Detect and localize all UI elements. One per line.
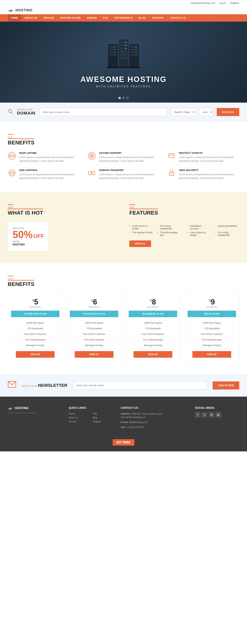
plan-2-price: $6 [70, 298, 118, 306]
download-button[interactable]: 前往下载模板 [113, 439, 134, 446]
newsletter-input[interactable] [73, 382, 207, 390]
login-link[interactable]: Log In [219, 2, 226, 4]
gold-plan-button[interactable]: GOLD PLAN [188, 310, 236, 317]
benefit-uptime-text: Lorem Ipsum is simply dummy text of the … [19, 156, 80, 163]
view-all-button[interactable]: VIEW ALL [129, 240, 151, 247]
svg-rect-38 [169, 154, 174, 157]
off-text: OFF [33, 233, 44, 239]
nav-item-testimonials[interactable]: TESTIMONIALS [111, 14, 136, 22]
hot-card: GET UP TO 50% OFF EACH HOSTING [8, 222, 49, 252]
logo[interactable]: HOSTING [8, 8, 33, 12]
nav-item-blog[interactable]: BLOG [136, 14, 149, 22]
red-bar-3 [129, 204, 135, 205]
nav-item-support[interactable]: SUPPORT [149, 14, 167, 22]
feature-bandwidth: 1TB Bandwidth [129, 326, 177, 332]
footer-link-blog[interactable]: Blog [93, 416, 97, 419]
lock-icon [167, 169, 176, 177]
plan-1-features: 10GB Disk Space 1TB Bandwidth Free DDoS … [11, 320, 59, 348]
hero-dot-1[interactable] [118, 97, 121, 99]
hero-dot-3[interactable] [126, 97, 129, 99]
linkedin-icon[interactable]: in [209, 412, 214, 418]
svg-point-20 [125, 48, 126, 49]
year-select[interactable]: Year(0-1 Year) [171, 108, 195, 116]
red-bar-2 [8, 204, 14, 205]
dns-icon [8, 169, 16, 177]
domain-input[interactable] [39, 108, 167, 116]
pricing-our: OUR [8, 278, 239, 280]
nav-item-domain[interactable]: DOMAIN [84, 14, 100, 22]
footer-link-about[interactable]: About Us [69, 416, 78, 419]
hot-section: NOW WHAT IS HOT GET UP TO 50% OFF EACH H… [0, 192, 247, 264]
logo-text: HOSTING [16, 8, 33, 12]
nav-item-home[interactable]: HOME [8, 14, 21, 22]
nav-item-hosting-plans[interactable]: HOSTING PLANS [57, 14, 84, 22]
footer-link-support[interactable]: Support [93, 420, 101, 423]
svg-rect-29 [107, 67, 140, 68]
pricing-card-advanced: $6 PER MONTH ADVANCED PLAN 10GB Disk Spa… [67, 293, 122, 362]
hero-section: AWESOME HOSTING WITH UNLIMITED FEATURES [0, 22, 247, 102]
svg-rect-5 [109, 49, 117, 50]
feature-item: Therefore always free [157, 231, 181, 236]
social-icons: f t in g+ [195, 412, 239, 418]
domain-label: SEARCH YOUR DOMAIN [17, 108, 35, 116]
signup-button-4[interactable]: SIGN UP [192, 351, 231, 358]
footer-contact-title: CONTACT US [121, 406, 187, 409]
benefit-dns-content: DNS CONTROL Lorem Ipsum is simply dummy … [19, 169, 80, 180]
benefit-uptime-title: 99.9% UPTIME [19, 152, 80, 154]
search-button[interactable]: SEARCH [217, 108, 239, 116]
nav-item-about[interactable]: ABOUT US [21, 14, 40, 22]
benefit-transfer: DOMAIN TRANSFER Lorem Ipsum is simply du… [87, 169, 159, 180]
top-bar: info@webhosting.com Log In Register [0, 0, 247, 6]
business-plan-button[interactable]: BUSINESS PLAN [129, 310, 177, 317]
benefit-protect-text: Lorem Ipsum is simply dummy text of the … [179, 156, 239, 163]
benefit-dns-text: Lorem Ipsum is simply dummy text of the … [19, 173, 80, 180]
red-bar-4 [8, 276, 14, 276]
footer-copyright: © 2015 Template by w3layouts [8, 412, 61, 414]
footer: HOSTING © 2015 Template by w3layouts QUI… [0, 396, 247, 452]
footer-link-faq[interactable]: Faq [93, 412, 97, 415]
newsletter-button[interactable]: SIGN UP NOW [213, 382, 239, 390]
feature-managed: Managed Hosting [129, 343, 177, 348]
feature-item: Lorem Ipsum is simply. [187, 231, 211, 236]
signup-button-3[interactable]: SIGN UP [134, 351, 172, 358]
nav-item-faq[interactable]: FAQ [100, 14, 111, 22]
newsletter-label: SIGN UP YOUR NEWSLETTER [22, 383, 67, 388]
plan-1-price: $5 [11, 298, 59, 306]
facebook-icon[interactable]: f [195, 412, 200, 418]
extension-select[interactable]: .com [199, 108, 213, 116]
benefit-security-content: 100% SECURITY Lorem Ipsum is simply dumm… [179, 169, 239, 180]
benefit-dns: DNS CONTROL Lorem Ipsum is simply dummy … [8, 169, 80, 180]
footer-social-col: SOCIAL MEDIA f t in g+ [195, 406, 239, 430]
dollar-sign: $ [209, 299, 211, 302]
newsletter-label-small: SIGN UP YOUR [22, 385, 37, 387]
nav-item-service[interactable]: SERVICE [40, 14, 57, 22]
register-link[interactable]: Register [230, 2, 239, 4]
footer-link-service[interactable]: Service [69, 420, 76, 423]
hero-server-image [104, 36, 143, 71]
benefit-protect-content: PROTECT YOUR PC Lorem Ipsum is simply du… [179, 152, 239, 163]
transfer-icon [87, 169, 96, 177]
feature-disk: 10GB Disk Space [70, 320, 118, 326]
google-plus-icon[interactable]: g+ [216, 412, 221, 418]
standard-plan-button[interactable]: STANDARD PLAN [11, 310, 59, 317]
benefit-support-content: 24/7/365 SUPPORT Lorem Ipsum is simply d… [99, 152, 159, 163]
feature-backup: Free Daily Backups [70, 337, 118, 343]
nav-item-contact[interactable]: CONTACT US [167, 14, 189, 22]
header: HOSTING [0, 6, 247, 14]
feature-item: It is a long established. [215, 231, 239, 236]
footer-link-home[interactable]: Home [69, 412, 75, 415]
feature-bandwidth: 1TB Bandwidth [11, 326, 59, 332]
hero-dot-2[interactable] [122, 97, 125, 99]
plan-4-period: PER MONTH [188, 306, 236, 308]
features-list-1: Lorem Ipsum is simply. It is a long esta… [129, 225, 181, 236]
svg-rect-15 [120, 50, 127, 52]
pricing-header: OUR BENEFITS [8, 275, 239, 287]
advanced-plan-button[interactable]: ADVANCED PLAN [70, 310, 118, 317]
svg-rect-4 [109, 46, 117, 48]
email-link[interactable]: info@webhosting.com [190, 2, 215, 4]
features-our: OUR [129, 206, 239, 209]
signup-button-1[interactable]: SIGN UP [16, 351, 55, 358]
signup-button-2[interactable]: SIGN UP [75, 351, 113, 358]
benefit-security: 100% SECURITY Lorem Ipsum is simply dumm… [167, 169, 239, 180]
twitter-icon[interactable]: t [202, 412, 207, 418]
